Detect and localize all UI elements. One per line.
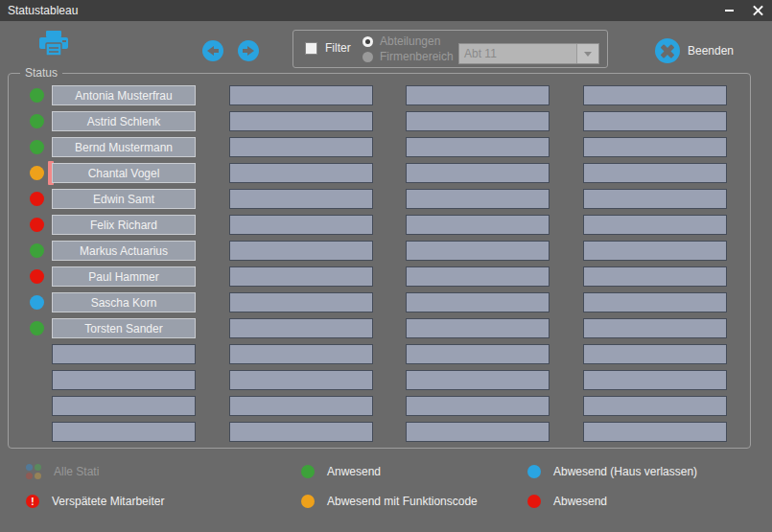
legend-label: Verspätete Mitarbeiter — [52, 495, 164, 508]
empty-slot-button[interactable] — [583, 318, 727, 338]
radio-abteilungen-label: Abteilungen — [380, 35, 440, 48]
status-row: Edwin Samt — [9, 189, 750, 209]
empty-slot-button[interactable] — [229, 163, 373, 183]
legend-label: Anwesend — [327, 465, 381, 478]
filter-checkbox[interactable] — [305, 42, 317, 55]
status-row: Sascha Korn — [9, 292, 750, 312]
empty-slot-button[interactable] — [406, 111, 550, 131]
minimize-button[interactable] — [714, 0, 743, 21]
empty-slot-button[interactable] — [229, 396, 373, 416]
empty-slot-button[interactable] — [583, 111, 727, 131]
radio-abteilungen[interactable] — [363, 36, 373, 47]
empty-slot-button[interactable] — [229, 318, 373, 338]
empty-slot-button[interactable] — [583, 163, 727, 183]
status-dot-abwesend-haus-verlassen — [30, 295, 44, 310]
status-groupbox: Status Antonia MusterfrauAstrid SchlenkB… — [8, 73, 751, 449]
empty-slot-button[interactable] — [229, 370, 373, 390]
empty-slot-button[interactable] — [52, 396, 196, 416]
employee-button[interactable]: Edwin Samt — [52, 189, 196, 209]
empty-slot-button[interactable] — [229, 422, 373, 442]
employee-button[interactable]: Astrid Schlenk — [52, 111, 196, 131]
empty-slot-button[interactable] — [406, 85, 550, 105]
empty-slot-button[interactable] — [229, 241, 373, 261]
employee-button[interactable]: Felix Richard — [52, 215, 196, 235]
employee-button[interactable]: Torsten Sander — [52, 318, 196, 338]
filter-groupbox: Filter Abteilungen Firmenbereich Abt 11 — [292, 30, 608, 68]
legend-item: Alle Stati — [26, 464, 99, 479]
empty-slot-button[interactable] — [406, 266, 550, 287]
employee-button[interactable]: Chantal Vogel — [52, 163, 196, 183]
status-dot-anwesend — [30, 321, 44, 335]
empty-slot-button[interactable] — [406, 189, 550, 209]
chevron-down-icon — [584, 52, 592, 57]
radio-firmenbereich-label: Firmenbereich — [380, 50, 454, 63]
status-dot-abwesend — [30, 269, 44, 284]
status-circle-icon — [301, 465, 315, 478]
empty-slot-button[interactable] — [583, 215, 727, 235]
empty-slot-button[interactable] — [229, 85, 373, 105]
empty-slot-button[interactable] — [229, 292, 373, 312]
empty-slot-button[interactable] — [406, 215, 550, 235]
previous-page-button[interactable] — [202, 40, 223, 61]
department-dropdown[interactable]: Abt 11 — [458, 43, 599, 64]
empty-slot-button[interactable] — [229, 111, 373, 131]
status-row: Torsten Sander — [9, 318, 750, 338]
status-circle-icon — [527, 495, 541, 508]
legend-item: Abwesend mit Funktionscode — [301, 494, 478, 509]
empty-slot-button[interactable] — [583, 292, 727, 312]
legend-label: Abwesend — [553, 495, 607, 508]
dropdown-arrow-button[interactable] — [576, 44, 598, 63]
status-row — [9, 370, 750, 390]
empty-slot-button[interactable] — [583, 85, 727, 105]
filter-checkbox-label: Filter — [325, 41, 351, 55]
close-button[interactable] — [743, 0, 772, 21]
empty-slot-button[interactable] — [406, 396, 550, 416]
title-bar: Statustableau — [0, 0, 772, 21]
empty-slot-button[interactable] — [406, 318, 550, 338]
employee-button[interactable]: Paul Hammer — [52, 266, 196, 287]
empty-slot-button[interactable] — [52, 370, 196, 390]
quit-button-label: Beenden — [688, 44, 734, 58]
status-dot-anwesend — [30, 243, 44, 258]
quit-button[interactable]: Beenden — [655, 38, 734, 63]
legend-label: Abwesend mit Funktionscode — [327, 495, 478, 508]
empty-slot-button[interactable] — [406, 137, 550, 157]
empty-slot-button[interactable] — [229, 215, 373, 235]
empty-slot-button[interactable] — [583, 396, 727, 416]
employee-button[interactable]: Sascha Korn — [52, 292, 196, 312]
empty-slot-button[interactable] — [583, 189, 727, 209]
empty-slot-button[interactable] — [229, 266, 373, 287]
status-dot-abwesend — [30, 192, 44, 206]
minimize-icon — [725, 10, 734, 12]
empty-slot-button[interactable] — [52, 344, 196, 364]
empty-slot-button[interactable] — [406, 422, 550, 442]
print-button[interactable] — [36, 30, 71, 59]
printer-icon — [36, 30, 71, 59]
empty-slot-button[interactable] — [229, 189, 373, 209]
employee-button[interactable]: Antonia Musterfrau — [52, 85, 196, 105]
status-row: Bernd Mustermann — [9, 137, 750, 157]
empty-slot-button[interactable] — [229, 344, 373, 364]
radio-firmenbereich[interactable] — [363, 52, 373, 62]
empty-slot-button[interactable] — [583, 241, 727, 261]
empty-slot-button[interactable] — [52, 422, 196, 442]
empty-slot-button[interactable] — [406, 370, 550, 390]
arrow-right-icon — [243, 46, 254, 56]
empty-slot-button[interactable] — [406, 344, 550, 364]
empty-slot-button[interactable] — [583, 344, 727, 364]
empty-slot-button[interactable] — [583, 137, 727, 157]
status-circle-icon — [527, 465, 541, 478]
next-page-button[interactable] — [238, 40, 259, 61]
employee-button[interactable]: Bernd Mustermann — [52, 137, 196, 157]
close-icon — [752, 5, 764, 17]
empty-slot-button[interactable] — [229, 137, 373, 157]
empty-slot-button[interactable] — [583, 422, 727, 442]
empty-slot-button[interactable] — [406, 241, 550, 261]
empty-slot-button[interactable] — [406, 292, 550, 312]
empty-slot-button[interactable] — [406, 163, 550, 183]
empty-slot-button[interactable] — [583, 266, 727, 287]
arrow-left-icon — [207, 46, 219, 56]
empty-slot-button[interactable] — [583, 370, 727, 390]
employee-button[interactable]: Markus Actuarius — [52, 241, 196, 261]
status-row — [9, 422, 750, 442]
